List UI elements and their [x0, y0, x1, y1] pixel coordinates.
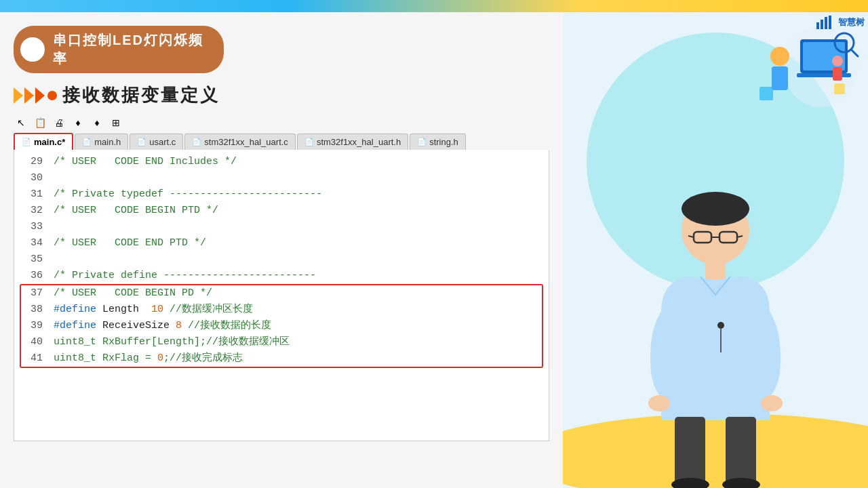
line-num-37: 37	[21, 285, 43, 302]
tab-stm32-hal-c-icon: 📄	[192, 138, 201, 146]
toolbar-settings-icon[interactable]: ⊞	[108, 115, 123, 130]
toolbar-copy-icon[interactable]: 📋	[33, 115, 47, 130]
svg-rect-11	[833, 67, 842, 81]
tab-usart-c[interactable]: 📄 usart.c	[130, 134, 183, 150]
brand-logo-area: 智慧树	[816, 16, 865, 29]
brand-bars-icon	[816, 16, 835, 29]
chevron-3-icon	[35, 87, 45, 104]
svg-rect-28	[816, 22, 819, 29]
code-line-33: 33	[21, 219, 542, 235]
svg-rect-31	[829, 16, 831, 29]
svg-rect-8	[760, 87, 773, 100]
tab-main-c[interactable]: 📄 main.c*	[14, 133, 73, 150]
chevron-2-icon	[24, 87, 34, 104]
line-num-36: 36	[21, 268, 43, 284]
line-num-40: 40	[21, 334, 43, 350]
toolbar-diamond1-icon[interactable]: ♦	[71, 115, 85, 130]
toolbar-print-icon[interactable]: 🖨	[52, 115, 66, 130]
svg-point-4	[770, 47, 789, 66]
tab-usart-c-label: usart.c	[149, 137, 176, 147]
code-line-36: 36 /* Private define -------------------…	[21, 268, 542, 284]
code-line-31: 31 /* Private typedef ------------------…	[21, 186, 542, 203]
toolbar-diamond2-icon[interactable]: ♦	[90, 115, 104, 130]
svg-point-26	[717, 322, 724, 329]
right-panel: 智慧树	[563, 12, 868, 488]
chevron-icons	[14, 87, 57, 104]
main-content: 串口控制LED灯闪烁频率 接收数据变量定义 ↖ 📋 🖨 ♦ ♦ ⊞ 📄 main…	[0, 12, 563, 488]
file-tabs: 📄 main.c* 📄 main.h 📄 usart.c 📄 stm32f1xx…	[14, 133, 549, 150]
code-text-29: /* USER CODE END Includes */	[54, 154, 237, 170]
section-title: 接收数据变量定义	[62, 83, 220, 107]
tab-stm32-hal-c[interactable]: 📄 stm32f1xx_hal_uart.c	[184, 134, 296, 150]
section-heading: 接收数据变量定义	[14, 83, 549, 107]
code-text-36: /* Private define ----------------------…	[54, 268, 316, 284]
toolbar: ↖ 📋 🖨 ♦ ♦ ⊞	[14, 115, 549, 130]
tab-string-h-label: string.h	[429, 137, 458, 147]
code-text-41: uint8_t RxFlag = 0;//接收完成标志	[54, 350, 243, 367]
line-num-41: 41	[21, 350, 43, 367]
person-figure	[620, 176, 810, 488]
svg-rect-23	[726, 417, 756, 485]
svg-rect-3	[797, 73, 851, 77]
tab-stm32-hal-h-label: stm32f1xx_hal_uart.h	[317, 137, 401, 147]
tab-stm32-hal-h-icon: 📄	[304, 138, 314, 146]
code-line-38: 38 #define Length 10 //数据缓冲区长度	[21, 302, 542, 318]
svg-rect-5	[772, 66, 788, 90]
chevron-dot-icon	[47, 91, 57, 100]
code-editor: 29 /* USER CODE END Includes */ 30 31 /*…	[14, 150, 549, 441]
svg-point-10	[832, 56, 843, 66]
svg-point-13	[682, 192, 749, 226]
tab-usart-c-icon: 📄	[137, 138, 146, 146]
toolbar-cursor-icon[interactable]: ↖	[14, 115, 28, 130]
tab-main-c-label: main.c*	[34, 137, 65, 147]
code-line-41: 41 uint8_t RxFlag = 0;//接收完成标志	[21, 350, 542, 367]
tab-main-h-label: main.h	[94, 137, 121, 147]
code-text-35	[54, 251, 60, 268]
code-text-38: #define Length 10 //数据缓冲区长度	[54, 302, 253, 318]
code-text-32: /* USER CODE BEGIN PTD */	[54, 203, 218, 219]
tab-string-h[interactable]: 📄 string.h	[410, 134, 466, 150]
svg-rect-29	[821, 20, 823, 29]
code-text-37: /* USER CODE BEGIN PD */	[54, 285, 212, 302]
code-line-30: 30	[21, 170, 542, 186]
svg-point-20	[648, 395, 670, 411]
tab-stm32-hal-h[interactable]: 📄 stm32f1xx_hal_uart.h	[297, 134, 408, 150]
line-num-38: 38	[21, 302, 43, 318]
tech-illustration-svg	[739, 19, 861, 114]
code-text-30	[54, 170, 60, 186]
tab-main-c-icon: 📄	[22, 138, 31, 146]
code-line-39: 39 #define ReceiveSize 8 //接收数据的长度	[21, 318, 542, 334]
line-num-29: 29	[21, 154, 43, 170]
code-text-31: /* Private typedef ---------------------…	[54, 186, 322, 203]
line-num-39: 39	[21, 318, 43, 334]
tab-string-h-icon: 📄	[417, 138, 427, 146]
code-text-33	[54, 219, 60, 235]
line-num-33: 33	[21, 219, 43, 235]
code-text-40: uint8_t RxBuffer[Length];//接收数据缓冲区	[54, 334, 290, 350]
line-num-35: 35	[21, 251, 43, 268]
code-line-34: 34 /* USER CODE END PTD */	[21, 235, 542, 251]
line-num-30: 30	[21, 170, 43, 186]
banner-title: 串口控制LED灯闪烁频率	[53, 31, 210, 68]
title-circle-icon	[20, 37, 45, 62]
bg-top-strip	[0, 0, 868, 12]
svg-rect-22	[675, 417, 705, 485]
illustration-area	[739, 19, 861, 114]
person-svg	[620, 176, 810, 488]
code-highlight-box: 37 /* USER CODE BEGIN PD */ 38 #define L…	[20, 284, 543, 368]
code-line-32: 32 /* USER CODE BEGIN PTD */	[21, 203, 542, 219]
line-num-31: 31	[21, 186, 43, 203]
code-text-39: #define ReceiveSize 8 //接收数据的长度	[54, 318, 271, 334]
code-text-34: /* USER CODE END PTD */	[54, 235, 206, 251]
tab-main-h-icon: 📄	[82, 138, 92, 146]
code-line-29: 29 /* USER CODE END Includes */	[21, 154, 542, 170]
brand-name: 智慧树	[838, 16, 865, 28]
svg-rect-9	[834, 83, 845, 94]
line-num-34: 34	[21, 235, 43, 251]
svg-rect-30	[825, 17, 827, 29]
code-line-40: 40 uint8_t RxBuffer[Length];//接收数据缓冲区	[21, 334, 542, 350]
chevron-1-icon	[14, 87, 23, 104]
tab-main-h[interactable]: 📄 main.h	[75, 134, 128, 150]
svg-rect-19	[705, 263, 726, 280]
code-line-37: 37 /* USER CODE BEGIN PD */	[21, 285, 542, 302]
